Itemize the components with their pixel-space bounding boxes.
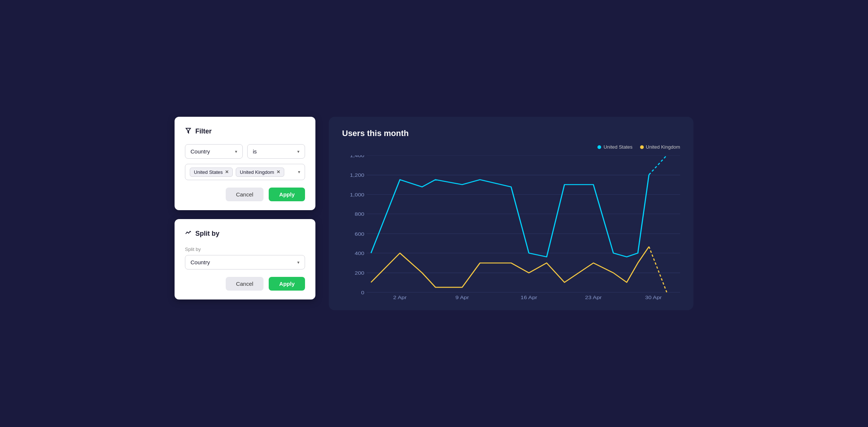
legend-us-dot (597, 145, 601, 149)
svg-text:200: 200 (355, 270, 364, 276)
svg-text:800: 800 (355, 211, 364, 217)
filter-icon (185, 127, 192, 135)
svg-text:2 Apr: 2 Apr (393, 295, 407, 300)
legend-uk-dot (640, 145, 644, 149)
chart-title: Users this month (342, 129, 680, 138)
filter-row: Country ▾ is ▾ (185, 144, 305, 159)
tags-chevron: ▾ (298, 169, 300, 175)
svg-text:1,200: 1,200 (350, 173, 364, 178)
legend-us-label: United States (603, 144, 632, 150)
filter-title: Filter (195, 128, 212, 135)
tag-uk-label: United Kingdom (240, 169, 274, 175)
split-icon (185, 229, 192, 238)
chart-svg-wrapper: 1,400 1,200 1,000 800 600 400 200 0 2 Ap… (342, 155, 680, 300)
chart-area: United States United Kingdom (342, 144, 680, 300)
split-card: Split by Split by Country ▾ Cancel Apply (175, 219, 315, 299)
split-select-label: Country (191, 259, 210, 265)
svg-text:1,400: 1,400 (350, 155, 364, 158)
split-apply-button[interactable]: Apply (269, 277, 305, 291)
split-card-header: Split by (185, 229, 305, 238)
filter-cancel-button[interactable]: Cancel (226, 188, 264, 201)
legend-uk: United Kingdom (640, 144, 680, 150)
svg-text:400: 400 (355, 251, 364, 256)
svg-text:600: 600 (355, 231, 364, 237)
svg-text:30 Apr: 30 Apr (645, 295, 662, 300)
country-select-label: Country (191, 148, 210, 155)
filter-tags-box[interactable]: United States ✕ United Kingdom ✕ ▾ (185, 164, 305, 180)
filter-card: Filter Country ▾ is ▾ United States ✕ (175, 117, 315, 210)
svg-text:0: 0 (361, 290, 364, 295)
operator-select[interactable]: is ▾ (247, 144, 305, 159)
chart-panel: Users this month United States United Ki… (329, 117, 693, 310)
split-title: Split by (195, 230, 219, 238)
chart-legend: United States United Kingdom (597, 144, 680, 150)
split-select-chevron: ▾ (297, 260, 299, 265)
main-layout: Filter Country ▾ is ▾ United States ✕ (175, 117, 693, 310)
filter-button-row: Cancel Apply (185, 188, 305, 201)
svg-text:23 Apr: 23 Apr (585, 295, 602, 300)
split-select[interactable]: Country ▾ (185, 255, 305, 269)
operator-select-chevron: ▾ (297, 149, 299, 154)
svg-text:1,000: 1,000 (350, 192, 364, 198)
svg-text:16 Apr: 16 Apr (520, 295, 537, 300)
tag-us-label: United States (194, 169, 223, 175)
svg-text:9 Apr: 9 Apr (455, 295, 469, 300)
svg-marker-0 (186, 128, 191, 133)
split-button-row: Cancel Apply (185, 277, 305, 291)
chart-svg: 1,400 1,200 1,000 800 600 400 200 0 2 Ap… (342, 155, 680, 300)
filter-card-header: Filter (185, 127, 305, 135)
legend-us: United States (597, 144, 632, 150)
tag-us-close[interactable]: ✕ (225, 169, 229, 175)
country-select[interactable]: Country ▾ (185, 144, 243, 159)
split-cancel-button[interactable]: Cancel (226, 277, 264, 291)
legend-uk-label: United Kingdom (646, 144, 680, 150)
tag-uk: United Kingdom ✕ (236, 168, 284, 177)
operator-select-label: is (253, 148, 257, 155)
left-panel: Filter Country ▾ is ▾ United States ✕ (175, 117, 315, 299)
tag-uk-close[interactable]: ✕ (276, 169, 280, 175)
country-select-chevron: ▾ (235, 149, 237, 154)
filter-apply-button[interactable]: Apply (269, 188, 305, 201)
tag-us: United States ✕ (190, 168, 233, 177)
split-field-label: Split by (185, 246, 305, 252)
